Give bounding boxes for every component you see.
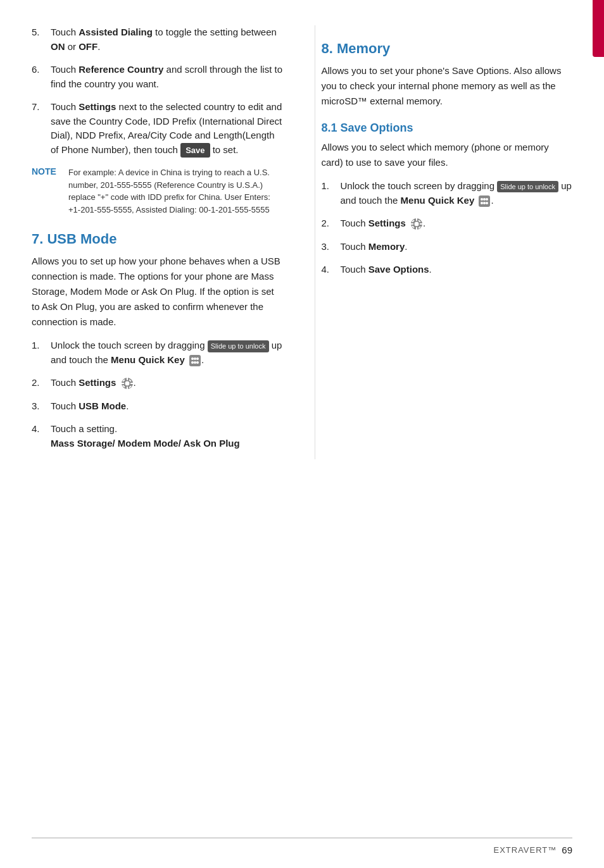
item-text: Touch Memory.	[341, 240, 573, 254]
slide-up-badge: Slide up to unlock	[208, 340, 269, 352]
svg-point-8	[125, 381, 129, 386]
item-number: 3.	[322, 240, 337, 254]
item-number: 4.	[32, 422, 47, 450]
list-item: 3. Touch USB Mode.	[32, 399, 283, 414]
svg-point-18	[481, 198, 483, 201]
svg-point-20	[486, 198, 488, 201]
item-text: Unlock the touch screen by dragging Slid…	[341, 179, 573, 208]
item-number: 1.	[322, 179, 337, 208]
svg-rect-11	[122, 383, 124, 384]
menu-quick-key-icon	[189, 354, 201, 367]
item-text: Touch Reference Country and scroll throu…	[51, 63, 283, 91]
svg-rect-0	[189, 355, 201, 366]
section81-body: Allows you to select which memory (phone…	[322, 140, 573, 170]
svg-point-1	[191, 357, 194, 360]
red-tab	[593, 0, 604, 57]
svg-point-6	[196, 361, 199, 364]
svg-point-25	[415, 222, 419, 226]
list-item: 1. Unlock the touch screen by dragging S…	[32, 338, 283, 367]
svg-point-21	[481, 202, 483, 204]
section8-body: Allows you to set your phone's Save Opti…	[322, 63, 573, 109]
item-number: 3.	[32, 399, 47, 414]
section8-heading: 8. Memory	[322, 40, 573, 57]
item-number: 2.	[322, 216, 337, 231]
menu-quick-key-icon	[478, 195, 491, 208]
left-column: 5. Touch Assisted Dialing to toggle the …	[32, 25, 289, 459]
section81-heading: 8.1 Save Options	[322, 121, 573, 135]
page-container: 5. Touch Assisted Dialing to toggle the …	[0, 0, 604, 868]
svg-rect-29	[420, 223, 422, 225]
list-item: 6. Touch Reference Country and scroll th…	[32, 63, 283, 91]
footer-brand: Extravert™	[493, 845, 557, 855]
item-number: 6.	[32, 63, 47, 91]
item-number: 7.	[32, 100, 47, 158]
item-number: 5.	[32, 25, 47, 54]
svg-point-22	[483, 202, 486, 204]
svg-point-5	[194, 361, 196, 364]
item-text: Touch Save Options.	[341, 263, 573, 277]
note-block: NOTE For example: A device in China is t…	[32, 166, 283, 216]
settings-icon	[121, 377, 134, 390]
section7-body: Allows you to set up how your phone beha…	[32, 254, 283, 330]
svg-rect-17	[479, 195, 490, 207]
save-badge: Save	[180, 143, 210, 158]
svg-rect-26	[416, 218, 417, 221]
svg-point-19	[483, 198, 486, 201]
svg-rect-28	[411, 223, 413, 225]
note-label: NOTE	[32, 166, 62, 216]
item-text: Touch Assisted Dialing to toggle the set…	[51, 25, 283, 54]
list-item: 2. Touch Settings .	[322, 216, 573, 231]
list-item: 5. Touch Assisted Dialing to toggle the …	[32, 25, 283, 54]
section7-heading: 7. USB Mode	[32, 231, 283, 247]
list-item: 3. Touch Memory.	[322, 240, 573, 254]
list-item: 7. Touch Settings next to the selected c…	[32, 100, 283, 158]
svg-point-2	[194, 357, 196, 360]
svg-point-3	[196, 357, 199, 360]
right-column: 8. Memory Allows you to set your phone's…	[315, 25, 573, 459]
item-number: 2.	[32, 376, 47, 390]
item-number: 4.	[322, 263, 337, 277]
item-number: 1.	[32, 338, 47, 367]
svg-rect-12	[130, 383, 133, 384]
item-text: Touch Settings .	[51, 376, 283, 390]
list-item: 2. Touch Settings .	[32, 376, 283, 390]
svg-rect-9	[127, 378, 128, 380]
list-item: 4. Touch Save Options.	[322, 263, 573, 277]
settings-icon	[410, 218, 423, 230]
list-item: 1. Unlock the touch screen by dragging S…	[322, 179, 573, 208]
svg-point-4	[191, 361, 194, 364]
footer: Extravert™ 69	[32, 838, 572, 855]
svg-point-23	[486, 202, 488, 204]
item-text: Touch a setting. Mass Storage/ Modem Mod…	[51, 422, 283, 450]
item-text: Touch Settings .	[341, 216, 573, 231]
slide-up-badge: Slide up to unlock	[497, 181, 558, 193]
item-text: Touch Settings next to the selected coun…	[51, 100, 283, 158]
list-item: 4. Touch a setting. Mass Storage/ Modem …	[32, 422, 283, 450]
svg-rect-27	[416, 227, 417, 230]
item-text: Unlock the touch screen by dragging Slid…	[51, 338, 283, 367]
footer-page: 69	[562, 845, 572, 855]
svg-rect-10	[127, 387, 128, 389]
note-content: For example: A device in China is trying…	[68, 166, 283, 216]
two-column-layout: 5. Touch Assisted Dialing to toggle the …	[32, 25, 572, 459]
item-text: Touch USB Mode.	[51, 399, 283, 414]
